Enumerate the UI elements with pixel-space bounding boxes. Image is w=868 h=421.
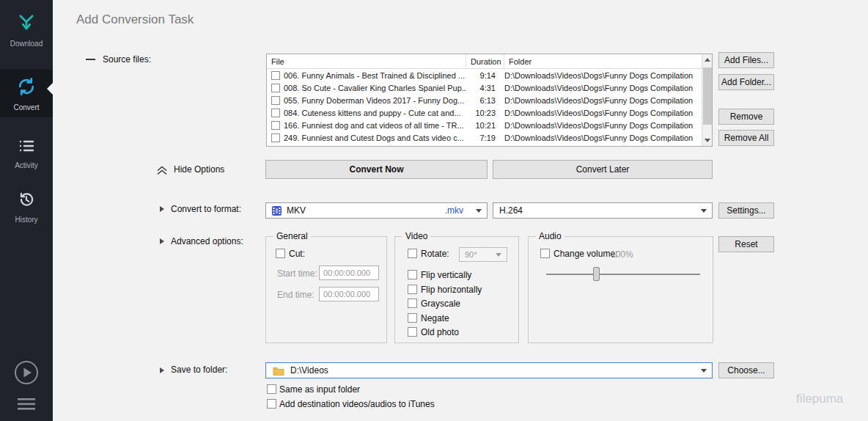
old-photo-checkbox[interactable] [408, 327, 417, 337]
file-folder: D:\Downloads\Videos\Dogs\Funny Dogs Comp… [504, 121, 712, 130]
file-duration: 9:14 [466, 71, 504, 80]
column-header-file[interactable]: File [267, 54, 466, 68]
add-to-itunes-checkbox[interactable] [267, 399, 276, 409]
grayscale-label[interactable]: Grayscale [421, 299, 460, 309]
file-duration: 10:23 [466, 109, 504, 117]
activity-icon [17, 137, 36, 158]
folder-icon [273, 366, 284, 376]
expand-triangle-icon[interactable] [160, 206, 164, 212]
row-checkbox[interactable] [271, 71, 280, 80]
volume-slider-track[interactable] [546, 274, 700, 275]
file-name: 249. Funniest and Cutest Dogs and Cats v… [284, 133, 464, 142]
rotate-label[interactable]: Rotate: [421, 249, 449, 259]
file-folder: D:\Downloads\Videos\Dogs\Funny Dogs Comp… [504, 84, 712, 92]
same-as-input-checkbox[interactable] [267, 384, 276, 394]
play-button[interactable] [0, 359, 53, 389]
sidebar-item-history[interactable]: History [0, 185, 53, 229]
sidebar-item-download[interactable]: Download [0, 7, 53, 53]
file-duration: 6:13 [466, 96, 504, 105]
hamburger-icon [17, 398, 36, 414]
table-row[interactable]: 166. Funniest dog and cat videos of all … [267, 119, 712, 131]
volume-slider-thumb[interactable] [593, 267, 600, 281]
add-folder-button[interactable]: Add Folder... [718, 74, 774, 90]
rotate-angle-dropdown[interactable]: 90° [459, 247, 507, 262]
cut-checkbox[interactable] [276, 249, 285, 258]
scroll-down-icon[interactable] [702, 135, 713, 146]
convert-later-button[interactable]: Convert Later [493, 160, 713, 179]
settings-button[interactable]: Settings... [718, 202, 774, 219]
remove-button[interactable]: Remove [718, 109, 774, 125]
column-header-folder[interactable]: Folder [504, 54, 712, 68]
add-to-itunes-label[interactable]: Add destination videos/audios to iTunes [279, 399, 435, 409]
flip-vertically-checkbox[interactable] [408, 270, 417, 279]
row-checkbox[interactable] [271, 109, 280, 117]
same-as-input-label[interactable]: Same as input folder [279, 384, 360, 395]
start-time-input[interactable]: 00:00:00.000 [319, 266, 379, 280]
grayscale-checkbox[interactable] [408, 299, 417, 308]
general-group-title: General [273, 231, 311, 241]
audio-group-title: Audio [536, 231, 564, 241]
hide-options-toggle[interactable] [156, 165, 168, 178]
flip-horizontally-checkbox[interactable] [408, 285, 417, 294]
source-files-label: Source files: [103, 54, 151, 65]
chevron-down-icon [496, 253, 501, 257]
row-checkbox[interactable] [271, 133, 280, 142]
codec-dropdown[interactable]: H.264 [493, 202, 713, 219]
flip-horizontally-label[interactable]: Flip horizontally [421, 285, 482, 295]
scroll-up-icon[interactable] [702, 54, 713, 65]
sidebar-item-label: History [15, 216, 37, 224]
cut-label[interactable]: Cut: [289, 249, 305, 259]
file-name: 008. So Cute - Cavalier King Charles Spa… [284, 84, 466, 92]
save-to-folder-label: Save to folder: [171, 365, 227, 375]
row-checkbox[interactable] [271, 84, 280, 92]
file-name: 006. Funny Animals - Best Trained & Disc… [284, 71, 465, 80]
change-volume-checkbox[interactable] [540, 249, 550, 258]
table-row[interactable]: 249. Funniest and Cutest Dogs and Cats v… [267, 131, 712, 144]
format-extension: .mkv [445, 205, 463, 216]
rotate-angle-value: 90° [465, 250, 477, 259]
table-row[interactable]: 055. Funny Doberman Videos 2017 - Funny … [267, 94, 712, 106]
sidebar-item-label: Convert [13, 103, 39, 111]
choose-button[interactable]: Choose... [718, 362, 774, 378]
reset-button[interactable]: Reset [718, 236, 774, 252]
menu-button[interactable] [0, 396, 53, 415]
row-checkbox[interactable] [271, 121, 280, 130]
film-icon [272, 206, 282, 216]
active-item-notch [41, 83, 53, 95]
sidebar-item-label: Download [10, 40, 43, 48]
old-photo-label[interactable]: Old photo [421, 327, 459, 337]
negate-checkbox[interactable] [408, 313, 417, 323]
hide-options-label[interactable]: Hide Options [174, 164, 224, 175]
negate-label[interactable]: Negate [421, 313, 449, 323]
advanced-options-label: Advanced options: [171, 236, 243, 246]
table-row[interactable]: 006. Funny Animals - Best Trained & Disc… [267, 69, 712, 81]
chevron-down-icon [701, 369, 707, 373]
download-icon [16, 12, 37, 36]
video-group-title: Video [402, 231, 430, 241]
rotate-checkbox[interactable] [408, 249, 417, 258]
flip-vertically-label[interactable]: Flip vertically [421, 270, 471, 280]
scrollbar-thumb[interactable] [703, 67, 712, 125]
expand-triangle-icon[interactable] [160, 238, 164, 244]
file-folder: D:\Downloads\Videos\Dogs\Funny Dogs Comp… [504, 133, 712, 142]
history-icon [17, 190, 36, 212]
table-row[interactable]: 084. Cuteness kittens and puppy - Cute c… [267, 106, 712, 119]
save-folder-dropdown[interactable]: D:\Videos [265, 362, 713, 378]
format-dropdown[interactable]: MKV .mkv [265, 202, 488, 219]
convert-now-button[interactable]: Convert Now [265, 160, 488, 179]
end-time-input[interactable]: 00:00:00.000 [319, 287, 379, 301]
row-checkbox[interactable] [271, 96, 280, 105]
file-duration: 4:31 [466, 84, 504, 92]
column-header-duration[interactable]: Duration [466, 54, 504, 68]
save-folder-path: D:\Videos [290, 365, 328, 376]
remove-all-button[interactable]: Remove All [718, 130, 774, 146]
file-duration: 7:19 [466, 133, 504, 142]
table-row[interactable]: 008. So Cute - Cavalier King Charles Spa… [267, 81, 712, 94]
table-scrollbar[interactable] [702, 54, 712, 146]
change-volume-label[interactable]: Change volume: [553, 249, 617, 259]
sidebar-item-activity[interactable]: Activity [0, 132, 53, 175]
add-files-button[interactable]: Add Files... [718, 52, 774, 68]
collapse-dash-icon[interactable] [86, 59, 95, 60]
sidebar: Download Convert Activity [0, 0, 53, 421]
expand-triangle-icon[interactable] [160, 367, 164, 373]
